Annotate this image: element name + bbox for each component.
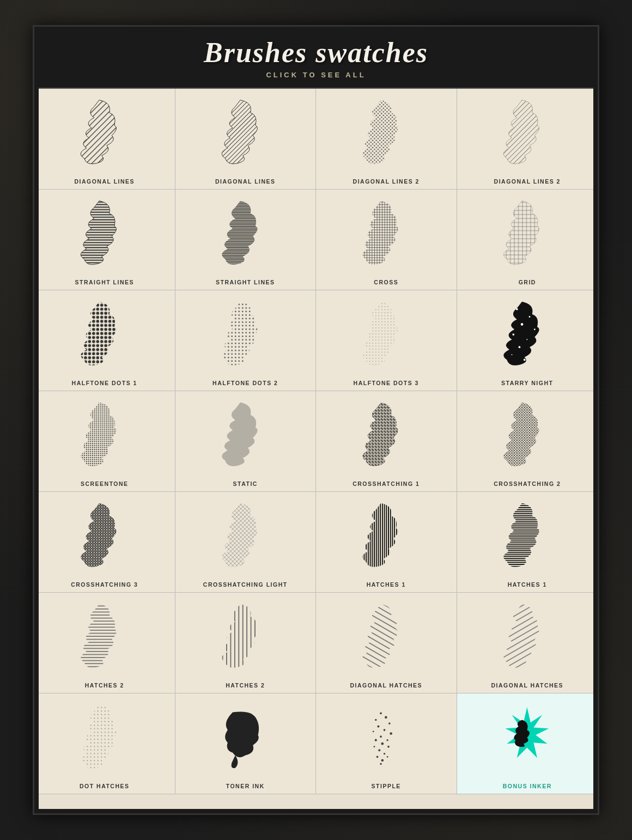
- svg-point-21: [524, 359, 526, 361]
- brush-preview: [319, 597, 453, 677]
- svg-point-12: [516, 308, 518, 311]
- cell-toner-ink[interactable]: TONER INK: [175, 693, 317, 794]
- svg-point-47: [384, 729, 386, 731]
- brush-preview: [460, 295, 595, 374]
- svg-point-42: [380, 713, 382, 715]
- brush-preview: [179, 395, 313, 475]
- brush-preview: [38, 597, 172, 677]
- svg-point-54: [374, 746, 375, 747]
- cell-bonus-inker[interactable]: BONUS INKER: [457, 693, 598, 794]
- svg-point-52: [387, 739, 388, 741]
- cell-diagonal-lines-2[interactable]: DIAGONAL LINES: [175, 89, 317, 190]
- cell-hatches-2a[interactable]: HATCHES 2: [34, 593, 175, 693]
- svg-point-15: [534, 328, 536, 330]
- cell-label: GRID: [519, 279, 536, 285]
- cell-label: STRAIGHT LINES: [75, 279, 134, 285]
- cell-label: CROSSHATCHING LIGHT: [203, 581, 288, 588]
- brush-preview: [460, 194, 595, 273]
- cell-crosshatching-light[interactable]: CROSSHATCHING LIGHT: [175, 492, 317, 593]
- cell-diagonal-lines2-2[interactable]: DIAGONAL LINES 2: [457, 89, 598, 190]
- header: Brushes swatches CLICK TO SEE ALL: [34, 27, 598, 88]
- cell-label: DIAGONAL HATCHES: [350, 682, 422, 689]
- cell-label: DIAGONAL LINES: [74, 178, 135, 185]
- cell-label: CROSSHATCHING 3: [71, 581, 138, 588]
- svg-point-58: [376, 756, 379, 758]
- cell-crosshatching-2[interactable]: CROSSHATCHING 2: [457, 391, 598, 492]
- cell-label: STATIC: [233, 480, 258, 487]
- svg-point-16: [513, 333, 515, 336]
- brush-preview: [179, 698, 313, 777]
- svg-point-57: [384, 753, 385, 754]
- cell-diagonal-hatches-2[interactable]: DIAGONAL HATCHES: [457, 593, 598, 693]
- brush-preview: [179, 597, 313, 677]
- cell-label: STIPPLE: [372, 783, 401, 789]
- cell-diagonal-hatches-1[interactable]: DIAGONAL HATCHES: [316, 593, 457, 693]
- brush-grid: DIAGONAL LINES DIAGONAL LINES: [34, 88, 598, 794]
- brush-preview: [38, 295, 172, 374]
- cell-label: DIAGONAL LINES: [215, 178, 276, 185]
- cell-label: HATCHES 1: [367, 581, 406, 588]
- cell-label: SCREENTONE: [81, 480, 129, 487]
- cell-diagonal-lines-1[interactable]: DIAGONAL LINES: [34, 89, 175, 190]
- cell-label: CROSSHATCHING 2: [494, 480, 561, 487]
- brush-preview: [38, 496, 172, 576]
- svg-point-19: [532, 349, 533, 350]
- cell-hatches-1b[interactable]: HATCHES 1: [457, 492, 598, 593]
- brush-preview: [38, 194, 172, 273]
- cell-label: BONUS INKER: [503, 783, 552, 789]
- brush-preview: [179, 194, 313, 273]
- svg-point-18: [519, 346, 521, 348]
- brush-preview: [319, 93, 453, 173]
- cell-halftone-1[interactable]: HALFTONE DOTS 1: [34, 290, 175, 391]
- cell-label: CROSSHATCHING 1: [353, 480, 420, 487]
- brush-preview: [319, 698, 453, 777]
- cell-label: HALFTONE DOTS 1: [72, 380, 137, 386]
- svg-point-56: [379, 749, 381, 751]
- header-subtitle[interactable]: CLICK TO SEE ALL: [45, 71, 587, 79]
- cell-label: CROSS: [374, 279, 398, 285]
- svg-point-46: [378, 726, 380, 728]
- cell-label: TONER INK: [226, 783, 265, 789]
- cell-crosshatching-1[interactable]: CROSSHATCHING 1: [316, 391, 457, 492]
- cell-starry-night[interactable]: STARRY NIGHT: [457, 290, 598, 391]
- svg-point-55: [388, 746, 390, 748]
- svg-point-60: [387, 756, 388, 758]
- cell-diagonal-lines2-1[interactable]: DIAGONAL LINES 2: [316, 89, 457, 190]
- brush-preview: [319, 395, 453, 475]
- brush-preview: [319, 295, 453, 374]
- cell-hatches-2b[interactable]: HATCHES 2: [175, 593, 317, 693]
- svg-point-13: [529, 316, 531, 318]
- svg-point-53: [381, 742, 384, 745]
- brush-preview: [38, 93, 172, 173]
- cell-label: HATCHES 2: [85, 682, 124, 689]
- brush-preview: [179, 93, 313, 173]
- svg-point-49: [390, 732, 393, 735]
- svg-point-14: [521, 323, 524, 326]
- cell-crosshatching-3[interactable]: CROSSHATCHING 3: [34, 492, 175, 593]
- cell-straight-lines-2[interactable]: STRAIGHT LINES: [175, 190, 317, 290]
- cell-hatches-1a[interactable]: HATCHES 1: [316, 492, 457, 593]
- cell-label: DIAGONAL LINES 2: [494, 178, 561, 185]
- svg-point-17: [527, 339, 528, 340]
- svg-point-50: [380, 735, 382, 738]
- cell-static[interactable]: STATIC: [175, 391, 317, 492]
- brush-preview: [38, 698, 172, 777]
- cell-cross[interactable]: CROSS: [316, 190, 457, 290]
- brush-preview: [179, 295, 313, 374]
- cell-halftone-2[interactable]: HALFTONE DOTS 2: [175, 290, 317, 391]
- brush-preview: [319, 194, 453, 273]
- cell-dot-hatches[interactable]: DOT HATCHES: [34, 693, 175, 794]
- cell-screentone[interactable]: SCREENTONE: [34, 391, 175, 492]
- cell-label: STARRY NIGHT: [501, 380, 553, 386]
- page-title: Brushes swatches: [45, 36, 587, 69]
- brush-preview: [460, 496, 595, 576]
- cell-stipple[interactable]: STIPPLE: [316, 693, 457, 794]
- svg-point-45: [388, 722, 391, 725]
- brush-preview: [460, 698, 595, 777]
- cell-straight-lines-1[interactable]: STRAIGHT LINES: [34, 190, 175, 290]
- brush-preview: [179, 496, 313, 576]
- cell-grid[interactable]: GRID: [457, 190, 598, 290]
- outer-background: Brushes swatches CLICK TO SEE ALL: [0, 0, 632, 840]
- cell-halftone-3[interactable]: HALFTONE DOTS 3: [316, 290, 457, 391]
- svg-point-51: [375, 739, 377, 741]
